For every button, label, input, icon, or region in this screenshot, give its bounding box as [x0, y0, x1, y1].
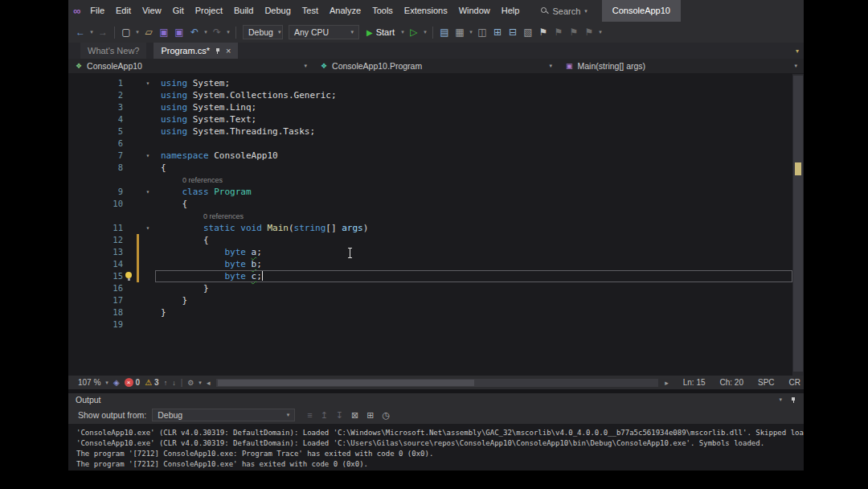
warning-count-badge[interactable]: ⚠ 3 [145, 378, 159, 387]
glyph-margin[interactable] [123, 198, 136, 210]
glyph-margin[interactable] [123, 318, 136, 331]
navigate-forward-icon[interactable]: → [96, 22, 110, 43]
show-output-window-icon[interactable]: ▤ [437, 22, 452, 43]
line-number[interactable]: 15 [88, 270, 123, 282]
code-line[interactable]: 17 } [68, 294, 792, 306]
clear-bookmarks-icon[interactable]: ⚑ [582, 22, 596, 43]
code-text[interactable]: byte c; [155, 270, 792, 282]
window-position-dropdown-icon[interactable]: ▾ [779, 397, 782, 403]
glyph-margin[interactable] [123, 101, 136, 113]
navigate-backward-dropdown-icon[interactable]: ▾ [88, 29, 95, 35]
code-text[interactable]: using System.Collections.Generic; [155, 89, 792, 101]
fold-toggle-icon[interactable] [141, 210, 155, 222]
code-text[interactable]: } [155, 282, 792, 294]
code-text[interactable]: { [155, 198, 792, 210]
code-line[interactable]: 8{ [68, 162, 792, 174]
scroll-left-icon[interactable]: ◂ [207, 379, 211, 387]
code-text[interactable] [155, 318, 792, 331]
code-line[interactable]: 14 byte b; [68, 258, 792, 270]
document-health-icon[interactable]: ◈ [113, 378, 120, 387]
line-number[interactable] [88, 174, 123, 186]
menu-analyze[interactable]: Analyze [324, 0, 366, 22]
output-log[interactable]: 'ConsoleApp10.exe' (CLR v4.0.30319: Defa… [68, 424, 804, 471]
code-line[interactable]: 13 byte a; [68, 246, 792, 258]
codelens-row[interactable]: 0 references [68, 210, 792, 222]
fold-toggle-icon[interactable] [141, 270, 155, 282]
tab-program-cs[interactable]: Program.cs*× [154, 43, 238, 59]
code-line[interactable]: 2using System.Collections.Generic; [68, 89, 792, 101]
tab-what-s-new[interactable]: What's New? [80, 43, 146, 59]
glyph-margin[interactable] [123, 174, 136, 186]
clear-all-icon[interactable]: ⊠ [351, 410, 358, 421]
find-dropdown-icon[interactable]: ▾ [468, 29, 474, 35]
menu-file[interactable]: File [84, 0, 110, 22]
toolbar-overflow-icon[interactable]: ▾ [597, 29, 604, 35]
code-text[interactable]: } [155, 306, 792, 318]
glyph-margin[interactable] [123, 234, 136, 246]
code-cleanup-dropdown-icon[interactable]: ▾ [199, 380, 202, 386]
code-line[interactable]: 12 { [68, 234, 792, 246]
line-number[interactable]: 17 [88, 294, 123, 306]
line-number[interactable]: 9 [88, 186, 123, 198]
code-cleanup-icon[interactable]: ⚙ [187, 379, 194, 387]
fold-toggle-icon[interactable]: ▾ [141, 186, 155, 198]
pin-icon[interactable] [790, 397, 796, 404]
menu-extensions[interactable]: Extensions [399, 0, 453, 22]
line-number[interactable]: 11 [88, 222, 123, 234]
save-icon[interactable]: ▣ [157, 22, 171, 43]
code-line[interactable]: 6 [68, 138, 792, 150]
project-dropdown[interactable]: ❖ ConsoleApp10 ▾ [68, 59, 313, 73]
glyph-margin[interactable] [123, 282, 136, 294]
line-number[interactable]: 4 [88, 113, 123, 125]
code-text[interactable]: class Program [155, 186, 792, 198]
previous-bookmark-icon[interactable]: ⚑ [551, 22, 566, 43]
menu-test[interactable]: Test [297, 0, 324, 22]
lightbulb-icon[interactable] [125, 272, 132, 278]
code-line[interactable]: 18} [68, 306, 792, 318]
zoom-level[interactable]: 107 % [78, 378, 100, 387]
glyph-margin[interactable] [123, 222, 136, 234]
menu-build[interactable]: Build [228, 0, 259, 22]
fold-toggle-icon[interactable]: ▾ [141, 77, 155, 89]
undo-dropdown-icon[interactable]: ▾ [203, 29, 209, 35]
menu-help[interactable]: Help [496, 0, 526, 22]
code-text[interactable]: { [155, 162, 792, 174]
fold-toggle-icon[interactable] [141, 234, 155, 246]
glyph-margin[interactable] [123, 186, 136, 198]
line-number[interactable] [88, 210, 123, 222]
scroll-right-icon[interactable]: ▸ [665, 379, 669, 387]
line-number[interactable]: 16 [88, 282, 123, 294]
solution-platforms-dropdown[interactable]: Any CPU▾ [289, 25, 359, 39]
glyph-margin[interactable] [123, 210, 136, 222]
go-to-previous-message-icon[interactable]: ↥ [321, 410, 328, 421]
open-file-icon[interactable]: ▱ [141, 22, 156, 43]
toggle-bookmark-icon[interactable]: ⚑ [536, 22, 551, 43]
close-icon[interactable]: × [226, 47, 231, 55]
codelens-references[interactable]: 0 references [203, 212, 244, 220]
line-number[interactable]: 12 [88, 234, 123, 246]
vertical-scrollbar-thumb[interactable] [793, 76, 803, 372]
next-bookmark-icon[interactable]: ⚑ [567, 22, 581, 43]
fold-toggle-icon[interactable] [141, 138, 155, 150]
menu-project[interactable]: Project [190, 0, 228, 22]
extensions-icon[interactable]: ▧ [521, 22, 535, 43]
code-text[interactable]: { [155, 234, 792, 246]
fold-toggle-icon[interactable]: ▾ [141, 222, 155, 234]
code-text[interactable]: namespace ConsoleApp10 [155, 150, 792, 162]
glyph-margin[interactable] [123, 77, 136, 89]
code-line[interactable]: 9▾ class Program [68, 186, 792, 198]
glyph-margin[interactable] [123, 246, 136, 258]
code-line[interactable]: 10 { [68, 198, 792, 210]
start-dropdown-icon[interactable]: ▾ [399, 29, 406, 35]
menu-edit[interactable]: Edit [110, 0, 137, 22]
run-dropdown-icon[interactable]: ▾ [422, 29, 428, 35]
fold-toggle-icon[interactable] [141, 89, 155, 101]
redo-dropdown-icon[interactable]: ▾ [225, 29, 231, 35]
code-text[interactable]: byte b; [155, 258, 792, 270]
line-number[interactable]: 3 [88, 101, 123, 113]
fold-toggle-icon[interactable] [141, 113, 155, 125]
line-number[interactable]: 1 [88, 77, 123, 89]
line-number[interactable]: 19 [88, 318, 123, 331]
fold-toggle-icon[interactable] [141, 198, 155, 210]
solution-configurations-dropdown[interactable]: Debug▾ [243, 25, 283, 39]
